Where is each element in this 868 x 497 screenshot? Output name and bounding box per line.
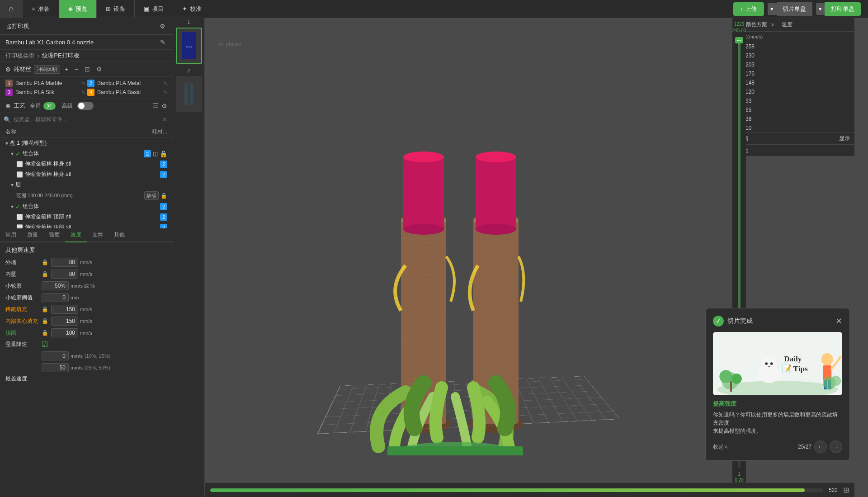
tab-device[interactable]: ⊞ 设备 (97, 0, 135, 18)
tree-content: ▾ 盘 1 (雕花模型) ▾ ✓ 组合体 2 ◫ 🔒 ⬜ 伸缩金箍棒 棒身.st… (0, 138, 173, 228)
inner-wall-label: 内壁 (5, 270, 42, 278)
color-value-230: 230 (745, 52, 755, 59)
craft-list-icon[interactable]: ☰ (153, 102, 159, 109)
next-tip-button[interactable]: → (830, 440, 842, 453)
speed-mode-label[interactable]: 速度 (782, 21, 793, 28)
tab-common[interactable]: 常用 (0, 228, 22, 242)
sparse-fill-lock[interactable]: 🔒 (42, 306, 48, 312)
filament-edit-3[interactable]: ✎ (81, 90, 85, 95)
ruler-top-value: 1225 (734, 22, 744, 27)
outer-wall-lock[interactable]: 🔒 (42, 259, 48, 265)
filament-num-2: 2 (87, 80, 94, 87)
filament-edit-1[interactable]: ✎ (81, 80, 85, 86)
filament-name-4: Bambu PLA Basic (97, 89, 160, 95)
filament-item-3[interactable]: 3 Bambu PLA Silk ✎ (5, 89, 85, 96)
tab-calibrate[interactable]: ✦ 校准 (173, 0, 211, 18)
outer-wall-input[interactable] (51, 258, 78, 267)
filament-item-4[interactable]: 4 Bambu PLA Basic ✎ (87, 89, 167, 96)
tab-speed[interactable]: 速度 (65, 228, 87, 242)
tree-item-file4[interactable]: ⬜ 伸缩金箍棒 顶部.stl 2 (0, 222, 173, 228)
tips-link[interactable]: 提高强度 (713, 400, 842, 408)
color-value-175: 175 (745, 71, 755, 77)
slice-plate-button[interactable]: 切片单盘 (776, 2, 812, 16)
top-surface-input[interactable] (51, 328, 78, 337)
craft-settings-icon[interactable]: ⚙ (161, 102, 167, 109)
advanced-label: 高级 (62, 102, 73, 110)
slice-plate-dropdown[interactable]: ▾ (768, 3, 776, 15)
sparse-fill-unit: mm/s (80, 307, 92, 312)
overhang-0-input[interactable] (42, 351, 69, 360)
layers-toggle-button[interactable]: ⊞ (843, 486, 849, 494)
tree-item-file2[interactable]: ⬜ 伸缩金箍棒 棒身.stl 2 (0, 169, 173, 180)
small-threshold-label: 小轮廓阈值 (5, 294, 42, 302)
color-panel: ∧ 颜色方案 ∨ 速度 速度(mm/s) 258 230 203 175 (732, 18, 854, 156)
tree-item-file3[interactable]: ⬜ 伸缩金箍棒 顶部.stl 2 (0, 212, 173, 222)
printer-section-header: 🖨 打印机 ⚙ (0, 18, 173, 35)
display-label[interactable]: 显示 (839, 135, 850, 142)
model-viewport[interactable]: At plates (205, 18, 732, 483)
color-value-65: 65 (745, 107, 751, 113)
printer-settings-button[interactable]: ⚙ (158, 22, 167, 31)
upload-button[interactable]: ↑ 上传 (733, 2, 764, 16)
small-contour-input[interactable] (42, 281, 69, 290)
progress-bar[interactable] (210, 488, 823, 492)
tab-prepare[interactable]: ≡ 准备 (23, 0, 59, 18)
tab-quality[interactable]: 质量 (22, 228, 43, 242)
filament-item-2[interactable]: 2 Bambu PLA Metal ✎ (87, 80, 167, 87)
print-plate-button[interactable]: 打印单盘 (825, 2, 861, 16)
thumbnail-1[interactable]: ●●● (176, 28, 202, 64)
tree-item-range[interactable]: 范围 180.00-245.00 (mm) 缺省 🔒 (0, 190, 173, 201)
filament-num-3: 3 (5, 89, 13, 96)
color-panel-dropdown[interactable]: ∨ (771, 22, 774, 28)
tab-other[interactable]: 其他 (108, 228, 130, 242)
overhang-50-input[interactable] (42, 363, 69, 372)
sparse-fill-input[interactable] (51, 305, 78, 314)
color-scheme-label[interactable]: 颜色方案 (745, 21, 767, 28)
filament-add-button[interactable]: + (63, 65, 70, 74)
craft-global-label: 全局 (30, 102, 41, 110)
tree-item-disk[interactable]: ▾ 盘 1 (雕花模型) (0, 138, 173, 148)
tree-item-group2[interactable]: ▾ ✓ 组合体 2 (0, 201, 173, 212)
print-plate-dropdown[interactable]: ▾ (816, 3, 825, 15)
filament-settings-button[interactable]: ⚙ (94, 65, 104, 74)
printer-name-row[interactable]: Bambu Lab X1 Carbon 0.4 nozzle ✎ (0, 35, 173, 50)
tab-project[interactable]: ▣ 项目 (135, 0, 173, 18)
filament-edit-2[interactable]: ✎ (163, 80, 167, 86)
small-threshold-input[interactable] (42, 293, 69, 302)
overhang-checkbox[interactable]: ☑ (42, 340, 48, 349)
search-input[interactable] (14, 116, 157, 123)
tree-item-group1[interactable]: ▾ ✓ 组合体 2 ◫ 🔒 (0, 148, 173, 159)
tree-item-layer[interactable]: ▾ 层 (0, 180, 173, 190)
search-clear-button[interactable]: ✕ (160, 115, 169, 124)
inner-wall-lock[interactable]: 🔒 (42, 271, 48, 277)
collapse-button[interactable]: 收起∧ (713, 443, 728, 451)
tab-preview[interactable]: ◈ 预览 (59, 0, 97, 18)
home-button[interactable]: ⌂ (0, 0, 23, 18)
filament-remove-button[interactable]: − (73, 65, 80, 74)
daily-tips-image: Daily 📝 Tips (713, 332, 842, 395)
top-surface-lock[interactable]: 🔒 (42, 330, 48, 336)
solid-fill-input[interactable] (51, 317, 78, 326)
svg-point-16 (476, 224, 516, 235)
color-value-258: 258 (745, 43, 755, 50)
filament-copy-button[interactable]: ⊡ (83, 65, 92, 74)
speed-item-small-contour: 小轮廓 mm/s 或 % (5, 281, 167, 290)
prev-tip-button[interactable]: ← (814, 440, 827, 453)
tab-strength[interactable]: 强度 (43, 228, 65, 242)
printer-edit-button[interactable]: ✎ (158, 38, 167, 47)
viewport: 1 ●●● 2 (173, 18, 868, 497)
filament-edit-4[interactable]: ✎ (163, 90, 167, 95)
solid-fill-lock[interactable]: 🔒 (42, 318, 48, 324)
thumbnail-2[interactable] (176, 76, 202, 112)
tree-item-file1[interactable]: ⬜ 伸缩金箍棒 棒身.stl 2 (0, 159, 173, 169)
left-panel: 🖨 打印机 ⚙ Bambu Lab X1 Carbon 0.4 nozzle ✎… (0, 18, 173, 497)
svg-point-30 (770, 362, 773, 365)
inner-wall-input[interactable] (51, 270, 78, 279)
slice-dialog-close[interactable]: ✕ (835, 316, 842, 326)
ruler-bottom-value: 245.00 (732, 28, 746, 33)
advanced-toggle[interactable] (77, 102, 94, 110)
overhang-50-note: [25%, 50%) (85, 365, 110, 370)
preview-icon: ◈ (68, 5, 73, 12)
filament-item-1[interactable]: 1 Bambu PLA Marble ✎ (5, 80, 85, 87)
tab-support[interactable]: 支撑 (87, 228, 108, 242)
